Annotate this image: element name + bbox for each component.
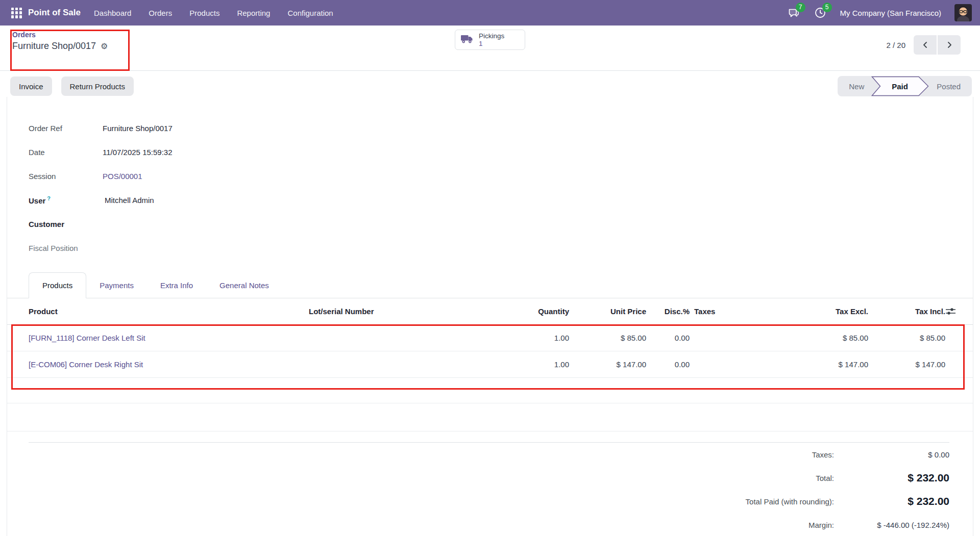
order-fields: Order Ref Furniture Shop/0017 Date 11/07… bbox=[29, 116, 973, 260]
form-sheet: Order Ref Furniture Shop/0017 Date 11/07… bbox=[7, 97, 973, 536]
status-new[interactable]: New bbox=[838, 82, 875, 91]
col-disc[interactable]: Disc.% bbox=[646, 307, 690, 316]
return-products-button[interactable]: Return Products bbox=[61, 76, 134, 96]
messages-badge: 7 bbox=[796, 3, 805, 12]
quantity-cell: 1.00 bbox=[462, 334, 569, 342]
chevron-left-icon bbox=[921, 41, 929, 49]
disc-cell: 0.00 bbox=[646, 360, 690, 369]
pickings-smart-button[interactable]: Pickings 1 bbox=[455, 30, 525, 50]
apps-menu-icon[interactable] bbox=[11, 8, 22, 18]
session-link[interactable]: POS/00001 bbox=[103, 172, 142, 181]
col-taxes[interactable]: Taxes bbox=[690, 307, 812, 316]
menu-dashboard[interactable]: Dashboard bbox=[94, 9, 131, 17]
control-panel: Orders Furniture Shop/0017 ⚙ Pickings 1 bbox=[0, 25, 980, 71]
page-title: Furniture Shop/0017 bbox=[12, 41, 96, 52]
notebook-tabs: Products Payments Extra Info General Not… bbox=[7, 272, 973, 298]
col-product[interactable]: Product bbox=[29, 307, 309, 316]
pickings-label: Pickings bbox=[479, 32, 504, 40]
col-unit-price[interactable]: Unit Price bbox=[569, 307, 646, 316]
optional-columns-icon[interactable] bbox=[945, 308, 969, 315]
pager-previous-button[interactable] bbox=[914, 35, 937, 55]
breadcrumb: Orders Furniture Shop/0017 ⚙ bbox=[12, 30, 108, 52]
order-ref-value[interactable]: Furniture Shop/0017 bbox=[103, 124, 173, 133]
activities-button[interactable]: 5 bbox=[814, 6, 827, 19]
total-paid-value: $ 232.00 bbox=[834, 495, 949, 507]
col-quantity[interactable]: Quantity bbox=[462, 307, 569, 316]
products-table-header: Product Lot/serial Number Quantity Unit … bbox=[7, 298, 973, 325]
product-link[interactable]: [E-COM06] Corner Desk Right Sit bbox=[29, 360, 309, 369]
field-order-ref: Order Ref Furniture Shop/0017 bbox=[29, 116, 973, 140]
pager: 2 / 20 bbox=[886, 35, 961, 55]
form-statusbar: Invoice Return Products New Paid Posted bbox=[0, 71, 980, 97]
menu-orders[interactable]: Orders bbox=[149, 9, 172, 17]
totals-total-row: Total: $ 232.00 bbox=[7, 466, 949, 490]
col-tax-excl[interactable]: Tax Excl. bbox=[812, 307, 868, 316]
total-paid-label: Total Paid (with rounding): bbox=[746, 497, 834, 506]
breadcrumb-orders-link[interactable]: Orders bbox=[12, 31, 36, 39]
total-value: $ 232.00 bbox=[834, 472, 949, 484]
status-pipeline: New Paid Posted bbox=[838, 76, 972, 96]
activities-badge: 5 bbox=[822, 3, 832, 12]
product-link[interactable]: [FURN_1118] Corner Desk Left Sit bbox=[29, 334, 309, 342]
user-value[interactable]: Mitchell Admin bbox=[103, 196, 154, 205]
status-paid-active[interactable]: Paid bbox=[871, 76, 929, 96]
tax-excl-cell: $ 85.00 bbox=[812, 334, 868, 342]
col-tax-incl[interactable]: Tax Incl. bbox=[868, 307, 945, 316]
products-table: Product Lot/serial Number Quantity Unit … bbox=[7, 298, 973, 403]
field-date: Date 11/07/2025 15:59:32 bbox=[29, 140, 973, 164]
margin-value: $ -446.00 (-192.24%) bbox=[834, 521, 949, 529]
app-name[interactable]: Point of Sale bbox=[28, 8, 81, 18]
help-icon[interactable]: ? bbox=[47, 195, 51, 201]
user-label: User? bbox=[29, 195, 103, 205]
col-lot-serial[interactable]: Lot/serial Number bbox=[309, 307, 462, 316]
invoice-button[interactable]: Invoice bbox=[10, 76, 52, 96]
field-fiscal-position: Fiscal Position bbox=[29, 236, 973, 260]
menu-configuration[interactable]: Configuration bbox=[287, 9, 333, 17]
date-value[interactable]: 11/07/2025 15:59:32 bbox=[103, 148, 173, 157]
table-row[interactable]: [E-COM06] Corner Desk Right Sit 1.00 $ 1… bbox=[7, 351, 973, 378]
tax-incl-cell: $ 85.00 bbox=[868, 334, 945, 342]
pickings-count: 1 bbox=[479, 40, 504, 47]
top-navbar: Point of Sale Dashboard Orders Products … bbox=[0, 0, 980, 25]
tab-extra-info[interactable]: Extra Info bbox=[147, 272, 206, 298]
menu-products[interactable]: Products bbox=[189, 9, 219, 17]
date-label: Date bbox=[29, 148, 103, 157]
session-label: Session bbox=[29, 172, 103, 181]
chevron-right-icon bbox=[945, 41, 953, 49]
gear-icon[interactable]: ⚙ bbox=[101, 41, 108, 51]
tab-products[interactable]: Products bbox=[29, 272, 86, 298]
tab-payments[interactable]: Payments bbox=[86, 272, 147, 298]
pager-value: 2 / 20 bbox=[886, 41, 905, 49]
menu-reporting[interactable]: Reporting bbox=[237, 9, 270, 17]
fiscal-position-label: Fiscal Position bbox=[29, 244, 103, 252]
messages-button[interactable]: 7 bbox=[787, 6, 800, 19]
order-ref-label: Order Ref bbox=[29, 124, 103, 133]
margin-label: Margin: bbox=[808, 521, 834, 529]
chat-bubbles-icon bbox=[787, 12, 800, 21]
total-label: Total: bbox=[816, 474, 834, 482]
status-posted[interactable]: Posted bbox=[925, 82, 972, 91]
totals-paid-row: Total Paid (with rounding): $ 232.00 bbox=[7, 490, 949, 513]
user-avatar[interactable] bbox=[954, 4, 972, 21]
tax-incl-cell: $ 147.00 bbox=[868, 360, 945, 369]
tax-excl-cell: $ 147.00 bbox=[812, 360, 868, 369]
field-customer: Customer bbox=[29, 212, 973, 236]
tab-general-notes[interactable]: General Notes bbox=[206, 272, 282, 298]
totals-margin-row: Margin: $ -446.00 (-192.24%) bbox=[7, 513, 949, 536]
field-user: User? Mitchell Admin bbox=[29, 188, 973, 212]
unit-price-cell: $ 147.00 bbox=[569, 360, 646, 369]
top-menu: Dashboard Orders Products Reporting Conf… bbox=[94, 9, 333, 17]
unit-price-cell: $ 85.00 bbox=[569, 334, 646, 342]
pager-next-button[interactable] bbox=[938, 35, 961, 55]
clock-icon bbox=[814, 12, 827, 21]
taxes-total-label: Taxes: bbox=[812, 450, 834, 459]
company-switcher[interactable]: My Company (San Francisco) bbox=[840, 9, 941, 17]
truck-icon bbox=[460, 34, 474, 46]
taxes-total-value: $ 0.00 bbox=[834, 450, 949, 459]
totals-section: Taxes: $ 0.00 Total: $ 232.00 Total Paid… bbox=[7, 442, 973, 536]
section-divider bbox=[7, 431, 973, 431]
quantity-cell: 1.00 bbox=[462, 360, 569, 369]
table-row[interactable]: [FURN_1118] Corner Desk Left Sit 1.00 $ … bbox=[7, 325, 973, 351]
table-empty-row[interactable] bbox=[7, 378, 973, 403]
disc-cell: 0.00 bbox=[646, 334, 690, 342]
